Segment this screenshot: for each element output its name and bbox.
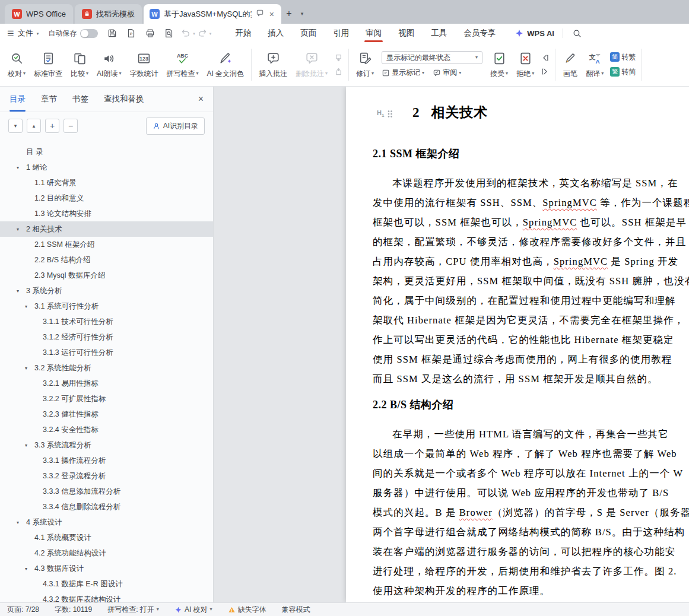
document-line[interactable]: 装在客户端的浏览器进行服务器的访问，可以把程序的核心功能安 bbox=[373, 542, 689, 561]
zoom-out-outline-button[interactable]: − bbox=[63, 119, 78, 133]
redo-button[interactable] bbox=[196, 27, 208, 39]
toc-item[interactable]: ▾2 相关技术 bbox=[0, 221, 213, 237]
sidebar-tab[interactable]: 目录 bbox=[9, 87, 26, 112]
toc-item[interactable]: 3.3.3 信息添加流程分析 bbox=[0, 484, 213, 499]
toc-item[interactable]: 3.2.2 可扩展性指标 bbox=[0, 391, 213, 407]
spell-check-status[interactable]: 拼写检查: 打开 ▾ bbox=[107, 605, 159, 615]
toc-item[interactable]: ▾3.2 系统性能分析 bbox=[0, 360, 213, 376]
compare-button[interactable]: 比较▾ bbox=[66, 46, 93, 83]
section-heading[interactable]: 2.1 SSM 框架介绍 bbox=[373, 146, 689, 161]
next-revision-button[interactable] bbox=[541, 67, 550, 76]
collapse-all-button[interactable]: ▴ bbox=[27, 119, 41, 133]
sidebar-tab[interactable]: 章节 bbox=[41, 87, 57, 112]
toc-item[interactable]: 2.1 SSM 框架介绍 bbox=[0, 237, 213, 252]
toc-collapse-arrow-icon[interactable]: ▾ bbox=[25, 304, 34, 309]
document-line[interactable]: 占用内存较高，CPU 使用率相对也高，SpringMVC 是 Spring 开发 bbox=[373, 252, 689, 271]
new-tab-button[interactable]: + bbox=[281, 6, 297, 21]
missing-font-warning[interactable]: 缺失字体 bbox=[228, 605, 266, 615]
document-line[interactable]: 简化，属于中间级别的，在配置过程和使用过程中更能编写和理解 bbox=[373, 291, 689, 310]
document-line[interactable]: 本课题程序开发使用到的框架技术，英文名称缩写是 SSM，在 bbox=[373, 173, 689, 193]
toc-item[interactable]: 1.2 目的和意义 bbox=[0, 190, 213, 206]
toc-collapse-arrow-icon[interactable]: ▾ bbox=[17, 288, 26, 294]
sidebar-tab[interactable]: 查找和替换 bbox=[104, 87, 144, 112]
redo-chevron-icon[interactable]: ▾ bbox=[209, 31, 212, 36]
document-line[interactable]: 框架也可以，SSM 框架也可以，SpringMVC 也可以。SSH 框架是早 bbox=[373, 212, 689, 232]
document-line[interactable]: 以组成一个最简单的 Web 程序，了解了 Web 程序也需要了解 Web bbox=[373, 444, 689, 463]
heading-anchor[interactable]: H1 bbox=[377, 109, 393, 118]
wps-ai-button[interactable]: WPS AI bbox=[515, 28, 554, 38]
document-canvas[interactable]: H1 2 相关技术 2.1 SSM 框架介绍本课题程序开发使用到的框架技术，英文… bbox=[214, 87, 689, 602]
ink-pen-button[interactable]: 画笔 bbox=[558, 46, 582, 83]
translate-button[interactable]: 文A 翻译▾ bbox=[582, 46, 608, 83]
tab-wps-office[interactable]: W WPS Office bbox=[5, 4, 73, 24]
document-line[interactable]: 在早期，一些使用 HTML 语言编写的文件，再集合一些其它 bbox=[373, 424, 689, 444]
document-line[interactable]: 使用这种架构开发的程序的工作原理。 bbox=[373, 581, 689, 601]
toc-item[interactable]: 3.2.1 易用性指标 bbox=[0, 376, 213, 391]
show-markup-button[interactable]: 显示标记 ▾ bbox=[382, 68, 424, 78]
search-icon[interactable] bbox=[571, 27, 583, 39]
document-line[interactable]: 而且 SSM 又是这么的流行，用 SSM 框架开发是顺其自然的。 bbox=[373, 369, 689, 389]
document-page[interactable]: H1 2 相关技术 2.1 SSM 框架介绍本课题程序开发使用到的框架技术，英文… bbox=[346, 87, 689, 602]
delete-comment-button[interactable]: 删除批注▾ bbox=[291, 46, 332, 83]
toc-item[interactable]: 3.1.1 技术可行性分析 bbox=[0, 314, 213, 329]
autosave-toggle[interactable] bbox=[80, 29, 98, 38]
undo-button[interactable] bbox=[180, 27, 192, 39]
previous-revision-button[interactable] bbox=[541, 53, 550, 62]
toc-item[interactable]: 4.3.2 数据库表结构设计 bbox=[0, 592, 213, 602]
toc-item[interactable]: ▾3 系统分析 bbox=[0, 283, 213, 299]
accept-change-button[interactable]: 接受▾ bbox=[486, 46, 512, 83]
document-line[interactable]: 服务器）中进行使用。可以说 Web 应用程序的开发也带动了 B/S bbox=[373, 483, 689, 503]
document-line[interactable]: 架构，更灵活更好用，SSM 框架取中间值，既没有 SSH 臃肿，也没有 bbox=[373, 271, 689, 291]
toc-item[interactable]: ▾1 绪论 bbox=[0, 160, 213, 175]
previous-comment-button[interactable] bbox=[334, 53, 343, 62]
toc-item[interactable]: 4.2 系统功能结构设计 bbox=[0, 545, 213, 561]
markup-state-select[interactable]: 显示标记的最终状态 ▾ bbox=[382, 51, 482, 64]
menu-tab[interactable]: 页面 bbox=[292, 24, 325, 43]
menu-tab[interactable]: 会员专享 bbox=[455, 24, 504, 43]
standard-review-button[interactable]: 标准审查 bbox=[30, 46, 66, 83]
track-changes-button[interactable]: 修订▾ bbox=[352, 46, 378, 83]
menu-tab[interactable]: 工具 bbox=[423, 24, 455, 43]
document-line[interactable]: 使用 SSM 框架是通过综合考虑而使用的，网上有很多的使用教程 bbox=[373, 350, 689, 369]
document-line[interactable]: 作上可以写出更灵活的代码，它的性能也比 Hibernate 框架更稳定 bbox=[373, 330, 689, 350]
toc-item[interactable]: ▾4 系统设计 bbox=[0, 515, 213, 530]
traditional-to-simplified-button[interactable]: 繁 转简 bbox=[610, 67, 636, 77]
toc-item[interactable]: ▾3.1 系统可行性分析 bbox=[0, 299, 213, 314]
review-pane-button[interactable]: 审阅 ▾ bbox=[433, 68, 461, 78]
save-button[interactable] bbox=[106, 27, 118, 39]
toc-item[interactable]: 3.3.2 登录流程分析 bbox=[0, 468, 213, 484]
toc-item[interactable]: ▾3.3 系统流程分析 bbox=[0, 437, 213, 453]
toc-collapse-arrow-icon[interactable]: ▾ bbox=[17, 227, 26, 232]
close-tab-icon[interactable]: × bbox=[268, 9, 275, 19]
toc-item[interactable]: 3.2.3 健壮性指标 bbox=[0, 407, 213, 422]
document-line[interactable]: 架取代 Hibernate 框架是因为它更灵活，不需要完全在框架里操作， bbox=[373, 310, 689, 330]
page-indicator[interactable]: 页面: 7/28 bbox=[7, 605, 39, 615]
print-button[interactable] bbox=[144, 27, 156, 39]
toc-item[interactable]: 1.1 研究背景 bbox=[0, 175, 213, 190]
drag-handle-icon[interactable] bbox=[387, 110, 393, 118]
toc-collapse-arrow-icon[interactable]: ▾ bbox=[25, 443, 34, 448]
undo-chevron-icon[interactable]: ▾ bbox=[193, 31, 195, 36]
tab-list-chevron-icon[interactable]: ▾ bbox=[297, 6, 307, 21]
menu-tab[interactable]: 引用 bbox=[325, 24, 357, 43]
toc-item[interactable]: 3.3.1 操作流程分析 bbox=[0, 453, 213, 468]
expand-all-button[interactable]: ▾ bbox=[8, 119, 23, 133]
toc-item[interactable]: 目 录 bbox=[0, 144, 213, 160]
section-heading[interactable]: 2.2 B/S 结构介绍 bbox=[373, 397, 689, 412]
zoom-in-outline-button[interactable]: + bbox=[45, 119, 59, 133]
proofread-button[interactable]: 校对▾ bbox=[4, 46, 30, 83]
toc-item[interactable]: 3.2.4 安全性指标 bbox=[0, 422, 213, 437]
toc-collapse-arrow-icon[interactable]: ▾ bbox=[17, 165, 26, 170]
toc-item[interactable]: 3.1.3 运行可行性分析 bbox=[0, 345, 213, 360]
ai-read-aloud-button[interactable]: AI朗读▾ bbox=[93, 46, 125, 83]
toc-item[interactable]: 4.3.1 数据库 E-R 图设计 bbox=[0, 576, 213, 592]
toc-collapse-arrow-icon[interactable]: ▾ bbox=[25, 366, 34, 371]
document-line[interactable]: 模式的兴起。B 是 Brower（浏览器）的首字母，S 是 Server（服务器 bbox=[373, 503, 689, 522]
chapter-heading[interactable]: 2 相关技术 bbox=[412, 103, 689, 122]
ai-recognize-toc-button[interactable]: AI识别目录 bbox=[146, 118, 205, 135]
menu-tab[interactable]: 插入 bbox=[259, 24, 292, 43]
toc-item[interactable]: 2.3 Mysql 数据库介绍 bbox=[0, 268, 213, 283]
tab-docer-templates[interactable]: 找稻壳模板 bbox=[75, 4, 142, 24]
menu-tab[interactable]: 视图 bbox=[390, 24, 423, 43]
toc-item[interactable]: 2.2 B/S 结构介绍 bbox=[0, 252, 213, 268]
